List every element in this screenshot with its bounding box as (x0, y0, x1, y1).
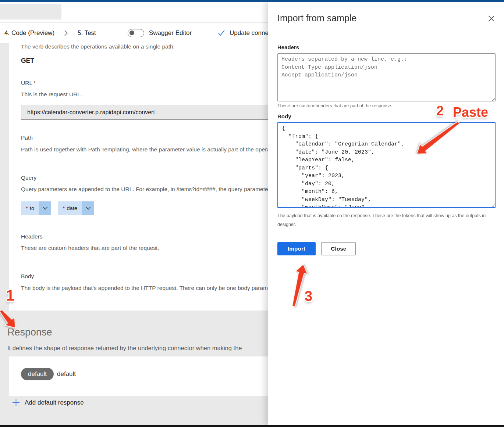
query-param-name: date (67, 205, 77, 211)
import-button[interactable]: Import (277, 242, 316, 255)
swagger-editor-toggle[interactable] (128, 29, 144, 37)
body-description: The body is the payload that's appended … (21, 285, 271, 291)
url-label: URL* (21, 80, 36, 86)
required-asterisk: * (33, 80, 36, 86)
swagger-editor-label: Swagger Editor (149, 29, 192, 37)
breadcrumb-step-test[interactable]: 5. Test (78, 29, 96, 37)
required-asterisk: * (63, 205, 65, 211)
response-section-title: Response (7, 327, 52, 338)
panel-body-helper: The payload that is available on the res… (277, 211, 491, 229)
required-asterisk: * (26, 205, 28, 211)
sample-body-textarea[interactable]: { "from": { "calendar": "Gregorian Calen… (277, 122, 496, 208)
response-description: It defines the shape of response returne… (7, 345, 242, 352)
tab-placeholder (0, 4, 61, 19)
body-label: Body (21, 273, 34, 280)
toggle-knob (129, 30, 134, 35)
breadcrumb-step-code[interactable]: 4. Code (Preview) (4, 29, 54, 37)
query-param-chips: * to * date (21, 201, 94, 215)
panel-headers-label: Headers (277, 44, 496, 50)
path-description: Path is used together with Path Templati… (21, 146, 270, 153)
headers-label: Headers (21, 233, 43, 240)
query-param-name: to (30, 205, 35, 211)
add-default-response-label: Add default response (25, 399, 84, 406)
query-param-chip-to[interactable]: * to (21, 201, 51, 215)
chevron-right-icon (64, 30, 68, 36)
bottom-bar (0, 425, 504, 427)
verb-description: The verb describes the operations availa… (21, 43, 175, 50)
close-button[interactable]: Close (321, 242, 356, 255)
panel-headers-helper: These are custom headers that are part o… (277, 103, 496, 108)
update-connector-button[interactable]: Update connec (230, 29, 271, 37)
import-from-sample-panel: Import from sample Headers These are cus… (268, 2, 504, 425)
chevron-down-icon[interactable] (39, 201, 51, 215)
http-method-heading: GET (21, 57, 34, 65)
checkmark-icon (217, 29, 226, 37)
panel-title: Import from sample (277, 13, 356, 24)
headers-description: These are custom headers that are part o… (21, 245, 159, 251)
path-label: Path (21, 134, 33, 141)
sample-headers-textarea[interactable] (277, 53, 496, 101)
close-icon[interactable] (487, 14, 496, 24)
plus-icon (12, 399, 20, 406)
query-param-chip-date[interactable]: * date (58, 201, 94, 215)
add-default-response-button[interactable]: Add default response (12, 399, 84, 406)
default-response-pill[interactable]: default (21, 368, 54, 380)
query-description: Query parameters are appended to the URL… (21, 186, 270, 193)
url-description: This is the request URL. (21, 91, 82, 98)
wizard-breadcrumb: 4. Code (Preview) 5. Test Swagger Editor… (4, 23, 271, 43)
panel-body-label: Body (277, 113, 496, 119)
default-response-name: default (57, 370, 76, 378)
app-top-bar (0, 0, 504, 2)
chevron-down-icon[interactable] (82, 201, 94, 215)
query-label: Query (21, 175, 36, 181)
